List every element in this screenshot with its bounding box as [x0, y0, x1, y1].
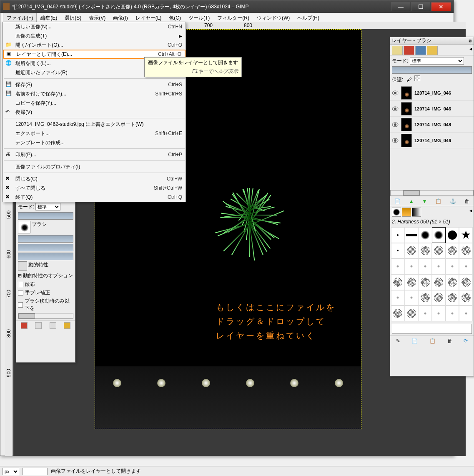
maximize-button[interactable]: ☐ — [411, 2, 430, 11]
dup-brush-icon[interactable]: 📋 — [429, 338, 436, 344]
menubar-item-7[interactable]: ツール(T) — [185, 13, 213, 22]
menubar-item-9[interactable]: ウィンドウ(W) — [253, 13, 293, 22]
smooth-checkbox[interactable]: 手ブレ補正 — [18, 289, 73, 296]
brush-cell[interactable] — [459, 258, 473, 274]
save-preset-icon[interactable] — [21, 322, 28, 329]
menubar-item-8[interactable]: フィルター(R) — [213, 13, 253, 22]
layers-panel-close-icon[interactable]: ⊠ — [469, 39, 472, 43]
new-layer-icon[interactable]: 📄 — [394, 198, 401, 204]
delete-layer-icon[interactable]: 🗑 — [464, 198, 469, 204]
unit-select[interactable]: px — [3, 468, 19, 475]
menu-item[interactable]: 💾保存(S)Ctrl+S — [3, 80, 186, 89]
brush-cell[interactable] — [459, 274, 473, 290]
brush-cell[interactable] — [418, 290, 432, 306]
brush-cell[interactable] — [432, 274, 446, 290]
brush-cell[interactable] — [432, 258, 446, 274]
reset-preset-icon[interactable] — [64, 322, 70, 329]
lock-alpha-icon[interactable] — [414, 75, 420, 81]
menu-item[interactable]: 📁開く/インポート(O)...Ctrl+O — [3, 40, 186, 50]
menu-item[interactable]: 🖨印刷(P)...Ctrl+P — [3, 150, 186, 159]
layers-tab-layers[interactable] — [392, 46, 403, 55]
brush-cell[interactable] — [405, 243, 419, 259]
close-button[interactable]: ✕ — [431, 2, 451, 11]
menu-item[interactable]: ↶復帰(V) — [3, 108, 186, 117]
layer-item[interactable]: 120714_IMG_046 — [390, 133, 474, 148]
menu-item[interactable]: ✖閉じる(C)Ctrl+W — [3, 174, 186, 183]
brush-tab-2[interactable] — [402, 208, 411, 217]
brush-cell[interactable] — [446, 243, 459, 259]
brush-cell[interactable] — [391, 227, 405, 243]
brush-tab-3[interactable] — [412, 208, 421, 217]
eye-icon[interactable] — [392, 122, 399, 127]
lower-layer-icon[interactable]: ▼ — [422, 198, 427, 204]
brush-cell[interactable] — [446, 290, 459, 306]
mode-select[interactable]: 標準 — [35, 203, 60, 210]
dynamics-preview[interactable] — [18, 261, 27, 271]
dynamics-options[interactable]: ⊞ 動的特性のオプション — [18, 272, 73, 279]
brush-cell[interactable] — [446, 274, 459, 290]
anchor-layer-icon[interactable]: ⚓ — [450, 198, 456, 204]
dup-layer-icon[interactable]: 📋 — [435, 198, 441, 204]
layer-item[interactable]: 120714_IMG_046 — [390, 85, 474, 101]
menu-item[interactable]: 画像の生成(T)▶ — [3, 31, 186, 40]
brush-cell[interactable] — [459, 290, 473, 306]
brush-cell[interactable] — [432, 306, 446, 321]
menu-item[interactable]: 新しい画像(N)...Ctrl+N — [3, 22, 186, 31]
angle-slider[interactable] — [18, 253, 73, 260]
layers-tab-paths[interactable] — [415, 46, 426, 55]
brush-cell[interactable] — [432, 227, 446, 243]
brush-cell[interactable] — [446, 306, 459, 321]
menubar-item-0[interactable]: ファイル(F) — [3, 13, 37, 22]
eye-icon[interactable] — [392, 90, 399, 95]
brush-cell[interactable] — [418, 243, 432, 259]
menu-item[interactable]: 💾名前を付けて保存(A)...Shift+Ctrl+S — [3, 89, 186, 98]
layers-tab-menu-icon[interactable]: ◂ — [469, 46, 472, 55]
edit-brush-icon[interactable]: ✎ — [396, 338, 400, 344]
brush-cell[interactable] — [446, 258, 459, 274]
delete-preset-icon[interactable] — [50, 322, 56, 329]
ratio-slider[interactable] — [18, 244, 73, 251]
layers-tab-channels[interactable] — [404, 46, 414, 55]
new-brush-icon[interactable]: 📄 — [411, 338, 418, 344]
menubar-item-2[interactable]: 選択(S) — [61, 13, 85, 22]
size-slider[interactable] — [18, 235, 73, 243]
layers-panel[interactable]: レイヤー - ブラシ ⊠ ◂ モード: 標準 保護: 🖌 120714_IMG_… — [390, 37, 474, 376]
brush-preview[interactable] — [18, 221, 30, 233]
brush-cell[interactable] — [405, 227, 419, 243]
menubar-item-4[interactable]: 画像(I) — [109, 13, 131, 22]
brush-tab-menu-icon[interactable]: ◂ — [469, 208, 472, 216]
raise-layer-icon[interactable]: ▲ — [409, 198, 414, 204]
layers-panel-title[interactable]: レイヤー - ブラシ ⊠ — [390, 37, 474, 45]
menu-item[interactable]: 画像ファイルのプロパティ(I) — [3, 162, 186, 171]
brush-spacing[interactable] — [392, 324, 472, 334]
layer-mode-select[interactable]: 標準 — [410, 57, 464, 65]
layer-opacity-slider[interactable] — [392, 66, 472, 74]
brush-cell[interactable] — [418, 258, 432, 274]
brush-cell[interactable] — [459, 306, 473, 321]
eye-icon[interactable] — [392, 106, 399, 111]
titlebar[interactable]: *[120714_IMG_0462-studio9] (インポートされた画像)-… — [0, 0, 454, 13]
refresh-brush-icon[interactable]: ⟳ — [464, 338, 468, 344]
brush-cell[interactable] — [459, 243, 473, 259]
menubar-item-5[interactable]: レイヤー(L) — [132, 13, 166, 22]
tool-options-panel[interactable]: ▸ ツールオプション ◂ エアブラシで描画 モード: 標準 ブラシ 動的特性 ⊞… — [16, 185, 75, 363]
menu-item[interactable]: ✖終了(Q)Ctrl+Q — [3, 193, 186, 202]
brush-cell[interactable] — [405, 306, 419, 321]
brush-cell[interactable] — [418, 274, 432, 290]
menubar-item-1[interactable]: 編集(E) — [37, 13, 61, 22]
tool-hscroll[interactable] — [18, 313, 73, 319]
lock-pixel-icon[interactable]: 🖌 — [406, 77, 411, 83]
scatter-checkbox[interactable]: 散布 — [18, 281, 73, 288]
menu-item[interactable]: ✖すべて閉じるShift+Ctrl+W — [3, 183, 186, 193]
brush-cell[interactable] — [405, 258, 419, 274]
brush-cell[interactable] — [459, 227, 473, 243]
moveonly-checkbox[interactable]: ブラシ移動時のみ以下を — [18, 298, 73, 312]
brush-cell[interactable] — [405, 290, 419, 306]
opacity-slider[interactable] — [18, 212, 73, 220]
menu-item[interactable]: テンプレートの作成... — [3, 138, 186, 147]
layer-item[interactable]: 120714_IMG_046 — [390, 101, 474, 117]
menubar-item-3[interactable]: 表示(V) — [85, 13, 109, 22]
menu-item[interactable]: コピーを保存(Y)... — [3, 98, 186, 108]
brush-cell[interactable] — [391, 290, 405, 306]
brush-tab-1[interactable] — [392, 208, 401, 217]
